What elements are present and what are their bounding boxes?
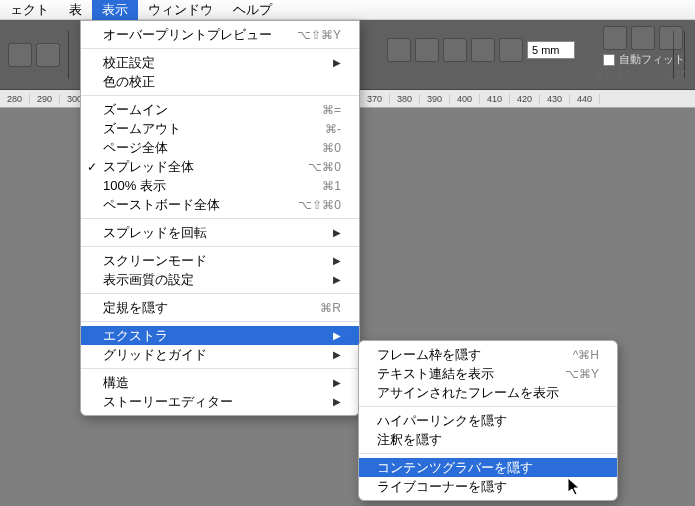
ruler-tick: 390 — [420, 94, 450, 104]
menu-item-label: ハイパーリンクを隠す — [377, 412, 599, 430]
menu-item[interactable]: フレーム枠を隠す^⌘H — [359, 345, 617, 364]
menu-item[interactable]: 構造▶ — [81, 373, 359, 392]
menu-item-label: スクリーンモード — [103, 252, 333, 270]
menu-item[interactable]: ハイパーリンクを隠す — [359, 411, 617, 430]
menu-separator — [81, 246, 359, 247]
menu-item-label: ライブコーナーを隠す — [377, 478, 599, 496]
menu-separator — [81, 321, 359, 322]
menu-item-label: オーバープリントプレビュー — [103, 26, 297, 44]
stroke-icon[interactable] — [499, 38, 523, 62]
menu-separator — [81, 293, 359, 294]
menu-item[interactable]: アサインされたフレームを表示 — [359, 383, 617, 402]
chevron-right-icon: ▶ — [333, 349, 341, 360]
menu-item[interactable]: ズームアウト⌘- — [81, 119, 359, 138]
ruler-tick: 370 — [360, 94, 390, 104]
menu-item-label: ペーストボード全体 — [103, 196, 298, 214]
align-icon[interactable] — [443, 38, 467, 62]
fx-icon[interactable] — [415, 38, 439, 62]
tool-icon[interactable] — [8, 43, 32, 67]
menu-item[interactable]: コンテンツグラバーを隠す — [359, 458, 617, 477]
ruler-tick: 440 — [570, 94, 600, 104]
menu-item[interactable]: テキスト連結を表示⌥⌘Y — [359, 364, 617, 383]
menu-item[interactable]: ✓スプレッド全体⌥⌘0 — [81, 157, 359, 176]
menu-shortcut: ⌘0 — [322, 141, 341, 155]
fit-icon[interactable] — [659, 26, 683, 50]
menu-item-label: 色の校正 — [103, 73, 341, 91]
menu-separator — [81, 368, 359, 369]
menu-shortcut: ⌥⇧⌘0 — [298, 198, 341, 212]
menu-item-label: アサインされたフレームを表示 — [377, 384, 599, 402]
menu-item[interactable]: ペーストボード全体⌥⇧⌘0 — [81, 195, 359, 214]
chevron-right-icon: ▶ — [333, 330, 341, 341]
menu-separator — [81, 218, 359, 219]
menu-item[interactable]: ライブコーナーを隠す — [359, 477, 617, 496]
menu-separator — [81, 48, 359, 49]
auto-fit-checkbox[interactable]: 自動フィット — [603, 52, 685, 67]
menubar-item[interactable]: ヘルプ — [223, 0, 282, 21]
menu-item[interactable]: ストーリーエディター▶ — [81, 392, 359, 411]
chevron-right-icon: ▶ — [333, 396, 341, 407]
menu-shortcut: ⌘= — [322, 103, 341, 117]
ruler-tick: 290 — [30, 94, 60, 104]
checkbox-icon — [603, 54, 615, 66]
menubar-item[interactable]: ウィンドウ — [138, 0, 223, 21]
menubar: ェクト表表示ウィンドウヘルプ — [0, 0, 695, 20]
menu-separator — [359, 453, 617, 454]
menu-item-label: 表示画質の設定 — [103, 271, 333, 289]
menu-item[interactable]: 定規を隠す⌘R — [81, 298, 359, 317]
menubar-item[interactable]: 表 — [59, 0, 92, 21]
menu-item[interactable]: エクストラ▶ — [81, 326, 359, 345]
percent-icon[interactable] — [387, 38, 411, 62]
tool-icon[interactable] — [36, 43, 60, 67]
chevron-right-icon: ▶ — [333, 377, 341, 388]
menu-item[interactable]: 表示画質の設定▶ — [81, 270, 359, 289]
view-menu-dropdown: オーバープリントプレビュー⌥⇧⌘Y校正設定▶色の校正ズームイン⌘=ズームアウト⌘… — [80, 20, 360, 416]
chevron-right-icon: ▶ — [333, 274, 341, 285]
menu-shortcut: ⌥⇧⌘Y — [297, 28, 341, 42]
menu-item-label: ズームイン — [103, 101, 322, 119]
menu-item-label: フレーム枠を隠す — [377, 346, 573, 364]
menu-item-label: エクストラ — [103, 327, 333, 345]
ruler-tick: 400 — [450, 94, 480, 104]
stroke-width-input[interactable]: 5 mm — [527, 41, 575, 59]
menu-item-label: スプレッドを回転 — [103, 224, 333, 242]
menubar-item[interactable]: 表示 — [92, 0, 138, 21]
menu-item[interactable]: グリッドとガイド▶ — [81, 345, 359, 364]
wrap-icon[interactable] — [471, 38, 495, 62]
menu-shortcut: ⌥⌘Y — [565, 367, 599, 381]
menu-item[interactable]: スクリーンモード▶ — [81, 251, 359, 270]
menu-shortcut: ⌘R — [320, 301, 341, 315]
ruler-tick: 410 — [480, 94, 510, 104]
menubar-item[interactable]: ェクト — [0, 0, 59, 21]
menu-shortcut: ⌘1 — [322, 179, 341, 193]
document-title: *名称未設定-2 @ 10 — [588, 68, 687, 83]
menu-shortcut: ⌥⌘0 — [308, 160, 341, 174]
menu-item-label: ズームアウト — [103, 120, 325, 138]
menu-item-label: グリッドとガイド — [103, 346, 333, 364]
menu-item-label: 100% 表示 — [103, 177, 322, 195]
menu-item-label: スプレッド全体 — [103, 158, 308, 176]
menu-item[interactable]: スプレッドを回転▶ — [81, 223, 359, 242]
chevron-right-icon: ▶ — [333, 227, 341, 238]
menu-item-label: ページ全体 — [103, 139, 322, 157]
menu-item-label: コンテンツグラバーを隠す — [377, 459, 599, 477]
menu-item[interactable]: ズームイン⌘= — [81, 100, 359, 119]
ruler-tick: 420 — [510, 94, 540, 104]
extras-submenu: フレーム枠を隠す^⌘Hテキスト連結を表示⌥⌘Yアサインされたフレームを表示ハイパ… — [358, 340, 618, 501]
menu-item[interactable]: 100% 表示⌘1 — [81, 176, 359, 195]
menu-item[interactable]: オーバープリントプレビュー⌥⇧⌘Y — [81, 25, 359, 44]
menu-item[interactable]: 校正設定▶ — [81, 53, 359, 72]
menu-item-label: ストーリーエディター — [103, 393, 333, 411]
menu-item-label: 構造 — [103, 374, 333, 392]
fit-icon[interactable] — [631, 26, 655, 50]
menu-item[interactable]: ページ全体⌘0 — [81, 138, 359, 157]
menu-item-label: 注釈を隠す — [377, 431, 599, 449]
menu-shortcut: ⌘- — [325, 122, 341, 136]
menu-item[interactable]: 色の校正 — [81, 72, 359, 91]
fit-icon[interactable] — [603, 26, 627, 50]
menu-shortcut: ^⌘H — [573, 348, 599, 362]
divider — [68, 31, 69, 79]
menu-item-label: 定規を隠す — [103, 299, 320, 317]
menu-item[interactable]: 注釈を隠す — [359, 430, 617, 449]
menu-separator — [359, 406, 617, 407]
